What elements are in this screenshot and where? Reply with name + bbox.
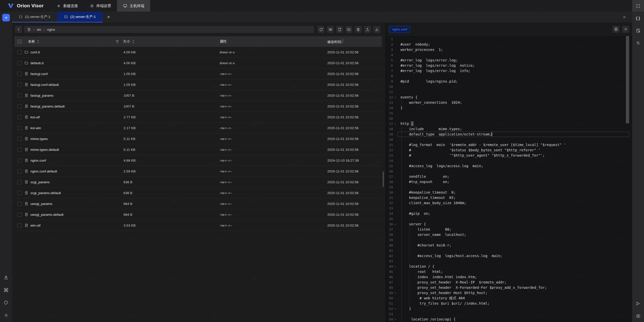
code-line-25[interactable]: 25 #access_log logs/access.log main; <box>387 163 629 169</box>
code-line-37[interactable]: 37 listen 80; <box>387 227 629 232</box>
code-line-22[interactable]: 22 # '$status $body_bytes_sent "$http_re… <box>387 148 629 153</box>
fold-chevron-icon[interactable] <box>393 222 397 227</box>
code-line-28[interactable]: 28 #tcp_nopush on; <box>387 179 629 185</box>
refresh-button[interactable] <box>317 26 325 33</box>
fold-chevron-icon[interactable] <box>393 264 397 269</box>
eye-button[interactable] <box>327 26 334 33</box>
file-row-fastcgi.conf.default[interactable]: fastcgi.conf.default1.05 KB-rw-r--r--202… <box>14 79 382 90</box>
caret-sort-icon[interactable] <box>341 39 344 43</box>
code-line-45[interactable]: 45 root html; <box>387 269 629 274</box>
code-line-34[interactable]: 34 #gzip on; <box>387 211 629 216</box>
code-line-5[interactable]: 5#error_log logs/error.log; <box>387 58 629 63</box>
fold-chevron-icon[interactable] <box>393 121 397 126</box>
sidebar-command-button[interactable]: ⌘ <box>3 287 9 293</box>
fullscreen-button[interactable] <box>632 0 644 12</box>
row-checkbox[interactable] <box>17 50 22 54</box>
fold-chevron-icon[interactable] <box>393 306 397 311</box>
code-line-15[interactable]: 15 <box>387 111 629 116</box>
column-header-name[interactable]: 名称 <box>24 39 115 44</box>
file-row-fastcgi_params[interactable]: fastcgi_params1007 B-rw-r--r--2020-11-01… <box>14 90 382 101</box>
code-line-10[interactable]: 10 <box>387 84 629 89</box>
file-row-nginx.conf.default[interactable]: nginx.conf.default2.59 KB-rw-r--r--2020-… <box>14 166 382 177</box>
sidebar-user-button[interactable] <box>3 274 9 280</box>
fold-chevron-icon[interactable] <box>393 95 397 100</box>
menu-item-new-connection[interactable]: 新建连接 <box>51 0 84 12</box>
file-row-scgi_params.default[interactable]: scgi_params.default636 B-rw-r--r--2020-1… <box>14 188 382 198</box>
file-row-nginx.conf[interactable]: nginx.conf4.68 KB-rw-r--r--2024-12-10 16… <box>14 155 382 166</box>
code-line-47[interactable]: 47 proxy_set_header X-Real-IP $remote_ad… <box>387 280 629 285</box>
file-list-scrollbar-thumb[interactable] <box>383 171 384 187</box>
code-line-31[interactable]: 31 keepalive_timeout 65; <box>387 195 629 200</box>
code-line-49[interactable]: 49 proxy_set_header Host $http_host; <box>387 290 629 296</box>
editor-file-tag[interactable]: nginx.conf <box>389 26 410 33</box>
row-checkbox[interactable] <box>17 212 22 217</box>
code-editor[interactable]: 12#user nobody;3worker_processes 1;45#er… <box>387 36 632 322</box>
file-row-koi-utf[interactable]: koi-utf2.77 KB-rw-r--r--2020-11-01 10:02… <box>14 112 382 123</box>
file-row-fastcgi.conf[interactable]: fastcgi.conf1.05 KB-rw-r--r--2020-11-01 … <box>14 68 382 79</box>
row-checkbox[interactable] <box>17 137 22 141</box>
new-folder-button[interactable] <box>345 26 352 33</box>
row-checkbox[interactable] <box>17 148 22 152</box>
caret-sort-icon[interactable] <box>37 40 39 44</box>
file-row-scgi_params[interactable]: scgi_params636 B-rw-r--r--2020-11-01 10:… <box>14 177 382 188</box>
code-line-38[interactable]: 38 server_name localhost; <box>387 232 629 237</box>
close-panel-button[interactable] <box>621 14 628 20</box>
row-checkbox[interactable] <box>17 223 22 228</box>
row-checkbox[interactable] <box>17 191 22 195</box>
code-line-27[interactable]: 27 sendfile on; <box>387 174 629 179</box>
sidebar-palette-button[interactable] <box>3 300 9 306</box>
row-checkbox[interactable] <box>17 72 22 76</box>
file-row-koi-win[interactable]: koi-win2.17 KB-rw-r--r--2020-11-01 10:02… <box>14 123 382 133</box>
row-checkbox[interactable] <box>17 93 22 98</box>
code-line-54[interactable]: 54 location /orion/api { <box>387 317 629 322</box>
rightbar-camera-button[interactable] <box>635 313 641 319</box>
rightbar-send-button[interactable] <box>635 300 641 306</box>
editor-scrollbar-thumb[interactable] <box>626 36 629 123</box>
code-line-41[interactable]: 41 <box>387 248 629 253</box>
column-header-mtime[interactable]: 修改时间 <box>325 39 382 44</box>
code-line-9[interactable]: 9#pid logs/nginx.pid; <box>387 79 629 84</box>
code-line-7[interactable]: 7#error_log logs/error.log info; <box>387 68 629 74</box>
editor-close-button[interactable] <box>622 26 629 33</box>
row-checkbox[interactable] <box>17 83 22 87</box>
code-line-21[interactable]: 21 #log_format main '$remote_addr - $rem… <box>387 142 629 148</box>
code-line-40[interactable]: 40 #charset koi8-r; <box>387 243 629 248</box>
row-checkbox[interactable] <box>17 158 22 163</box>
code-line-19[interactable]: 19 default_type application/octet-stream… <box>387 132 629 137</box>
column-header-size[interactable]: 大小 <box>115 39 218 44</box>
breadcrumb[interactable]: /etc/nginx <box>24 26 314 33</box>
code-line-11[interactable]: 11 <box>387 89 629 95</box>
file-row-fastcgi_params.default[interactable]: fastcgi_params.default1007 B-rw-r--r--20… <box>14 101 382 112</box>
code-line-33[interactable]: 33 <box>387 206 629 211</box>
code-line-32[interactable]: 32 client_max_body_size 1048m; <box>387 200 629 206</box>
rightbar-updown-button[interactable] <box>635 40 641 46</box>
menu-item-host-terminal[interactable]: 主机终端 <box>117 0 150 12</box>
row-checkbox[interactable] <box>17 202 22 206</box>
code-line-4[interactable]: 4 <box>387 52 629 58</box>
code-line-51[interactable]: 51 try_files $uri $uri/ /index.html; <box>387 301 629 306</box>
code-line-3[interactable]: 3worker_processes 1; <box>387 47 629 52</box>
code-line-16[interactable]: 16 <box>387 116 629 121</box>
code-line-14[interactable]: 14} <box>387 105 629 111</box>
new-file-button[interactable] <box>336 26 343 33</box>
delete-button[interactable] <box>355 26 362 33</box>
menu-item-terminal-settings[interactable]: 终端设置 <box>84 0 117 12</box>
breadcrumb-segment[interactable]: nginx <box>47 28 55 31</box>
code-line-30[interactable]: 30 #keepalive_timeout 0; <box>387 190 629 195</box>
file-row-mime.types.default[interactable]: mime.types.default5.11 KB-rw-r--r--2020-… <box>14 144 382 155</box>
code-line-26[interactable]: 26 <box>387 169 629 174</box>
row-checkbox[interactable] <box>17 104 22 109</box>
terminal-tab-2[interactable]: (2) server-生产-1 <box>57 12 103 22</box>
row-checkbox[interactable] <box>17 126 22 130</box>
rightbar-bookmark-doc-button[interactable] <box>635 27 641 33</box>
code-line-1[interactable]: 1 <box>387 37 629 42</box>
file-row-uwsgi_params[interactable]: uwsgi_params664 B-rw-r--r--2020-11-01 10… <box>14 198 382 209</box>
save-button[interactable] <box>613 26 620 33</box>
file-row-conf.d[interactable]: conf.d4.00 KBdrwxr-xr-x2020-11-01 10:02:… <box>14 47 382 58</box>
code-line-39[interactable]: 39 <box>387 237 629 243</box>
file-row-win-utf[interactable]: win-utf3.53 KB-rw-r--r--2020-11-01 10:02… <box>14 220 382 231</box>
back-button[interactable] <box>15 26 22 33</box>
code-line-46[interactable]: 46 index index.html index.htm; <box>387 274 629 280</box>
code-line-42[interactable]: 42 #access_log logs/host.access.log main… <box>387 253 629 259</box>
code-line-44[interactable]: 44 location / { <box>387 264 629 269</box>
